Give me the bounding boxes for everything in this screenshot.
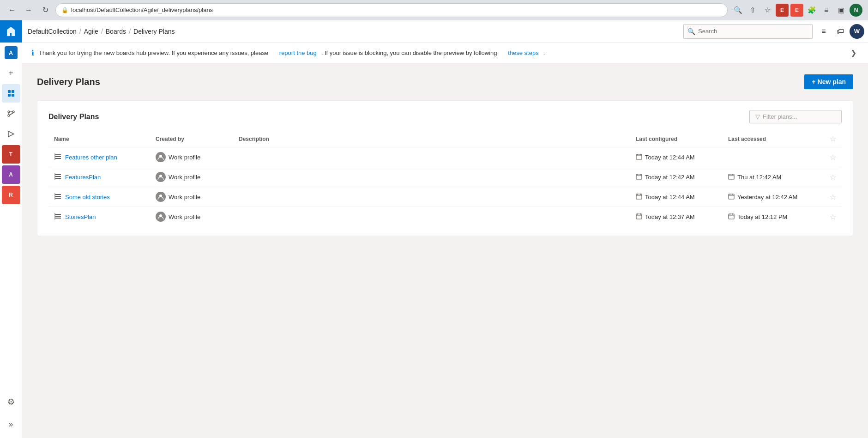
app-logo[interactable] bbox=[0, 20, 22, 43]
search-icon-btn[interactable]: 🔍 bbox=[731, 4, 744, 17]
plan-name-link-3[interactable]: StoriesPlan bbox=[65, 213, 96, 220]
svg-rect-38 bbox=[636, 194, 642, 199]
svg-rect-48 bbox=[54, 218, 61, 219]
table-row: StoriesPlan Work profile Today at 12:37 … bbox=[48, 207, 842, 227]
breadcrumb-sep-3: / bbox=[129, 28, 131, 35]
bookmark-icon-btn[interactable]: ☆ bbox=[761, 4, 774, 17]
back-button[interactable]: ← bbox=[6, 4, 18, 17]
new-plan-button[interactable]: + New plan bbox=[804, 74, 853, 89]
plan-name-cell-0: Features other plan bbox=[48, 147, 150, 167]
svg-rect-36 bbox=[54, 193, 55, 200]
ext3-icon-btn[interactable]: 🧩 bbox=[805, 4, 818, 17]
col-header-star: ☆ bbox=[824, 131, 842, 147]
plan-star-cell-2: ☆ bbox=[824, 187, 842, 207]
sidebar-analytics-btn[interactable]: R bbox=[2, 186, 20, 204]
sidebar-add-btn[interactable]: + bbox=[2, 64, 20, 82]
plan-desc-cell-0 bbox=[233, 147, 630, 167]
plan-name-cell-3: StoriesPlan bbox=[48, 207, 150, 227]
notice-text2: . If your issue is blocking, you can dis… bbox=[321, 49, 497, 56]
plan-icon-3 bbox=[54, 213, 61, 221]
star-btn-2[interactable]: ☆ bbox=[830, 193, 836, 201]
list-icon-btn[interactable]: ≡ bbox=[816, 24, 831, 39]
filter-plans-input[interactable]: ▽ Filter plans... bbox=[749, 110, 842, 123]
ext1-icon-btn[interactable]: E bbox=[776, 4, 789, 17]
svg-rect-12 bbox=[54, 156, 61, 157]
sidebar-pipelines-btn[interactable] bbox=[2, 125, 20, 143]
badge-icon-btn[interactable]: 🏷 bbox=[833, 24, 848, 39]
notice-close-btn[interactable]: ❯ bbox=[848, 47, 859, 58]
col-header-name: Name bbox=[48, 131, 150, 147]
svg-rect-51 bbox=[636, 214, 642, 219]
ext4-icon-btn[interactable]: ≡ bbox=[820, 4, 833, 17]
user-avatar-2 bbox=[156, 192, 166, 202]
calendar-icon-accessed-1 bbox=[728, 173, 735, 181]
svg-rect-33 bbox=[54, 194, 61, 195]
plan-name-link-0[interactable]: Features other plan bbox=[65, 154, 117, 161]
search-input[interactable] bbox=[698, 28, 808, 35]
user-avatar-3 bbox=[156, 212, 166, 222]
svg-rect-46 bbox=[54, 214, 61, 215]
sidebar-test-btn[interactable]: T bbox=[2, 145, 20, 164]
ext2-icon-btn[interactable]: E bbox=[790, 4, 803, 17]
plan-star-cell-1: ☆ bbox=[824, 167, 842, 187]
reload-button[interactable]: ↻ bbox=[39, 4, 52, 17]
share-icon-btn[interactable]: ⇧ bbox=[746, 4, 759, 17]
ext5-icon-btn[interactable]: ▣ bbox=[835, 4, 848, 17]
svg-point-5 bbox=[12, 111, 14, 113]
plan-desc-cell-1 bbox=[233, 167, 630, 187]
filter-placeholder-text: Filter plans... bbox=[763, 113, 797, 120]
svg-rect-11 bbox=[54, 154, 61, 155]
breadcrumb-delivery-plans[interactable]: Delivery Plans bbox=[133, 28, 175, 35]
plan-name-cell-2: Some old stories bbox=[48, 187, 150, 207]
sidebar-artifacts-btn[interactable]: A bbox=[2, 165, 20, 184]
plan-last-configured-cell-3: Today at 12:37 AM bbox=[630, 207, 723, 227]
plan-created-by-1: Work profile bbox=[169, 174, 200, 181]
sidebar-repos-btn[interactable] bbox=[2, 104, 20, 123]
app-header: DefaultCollection / Agile / Boards / Del… bbox=[0, 20, 868, 43]
star-btn-1[interactable]: ☆ bbox=[830, 173, 836, 182]
search-bar[interactable]: 🔍 bbox=[683, 24, 813, 39]
plan-name-link-2[interactable]: Some old stories bbox=[65, 194, 110, 201]
plan-last-accessed-cell-2: Yesterday at 12:42 AM bbox=[723, 187, 824, 207]
star-btn-0[interactable]: ☆ bbox=[830, 153, 836, 162]
star-all-btn[interactable]: ☆ bbox=[830, 134, 836, 143]
browser-profile[interactable]: N bbox=[850, 4, 862, 17]
plans-card-header: Delivery Plans ▽ Filter plans... bbox=[48, 110, 842, 123]
lock-icon: 🔒 bbox=[61, 7, 68, 13]
col-header-last-configured: Last configured bbox=[630, 131, 723, 147]
sidebar-boards-btn[interactable] bbox=[2, 84, 20, 103]
svg-rect-21 bbox=[54, 176, 61, 177]
browser-bar: ← → ↻ 🔒 localhost/DefaultCollection/Agil… bbox=[0, 0, 868, 20]
these-steps-link[interactable]: these steps bbox=[508, 49, 539, 56]
plan-star-cell-0: ☆ bbox=[824, 147, 842, 167]
plan-icon-0 bbox=[54, 153, 61, 162]
svg-rect-3 bbox=[12, 94, 14, 97]
user-avatar-0 bbox=[156, 152, 166, 162]
svg-rect-13 bbox=[54, 158, 61, 159]
sidebar-avatar[interactable]: A bbox=[5, 46, 18, 59]
breadcrumb-agile[interactable]: Agile bbox=[84, 28, 98, 35]
report-bug-link[interactable]: report the bug bbox=[279, 49, 317, 56]
breadcrumb-boards[interactable]: Boards bbox=[106, 28, 126, 35]
settings-btn[interactable]: ⚙ bbox=[2, 393, 20, 411]
star-btn-3[interactable]: ☆ bbox=[830, 213, 836, 221]
plan-last-configured-3: Today at 12:37 AM bbox=[645, 213, 695, 220]
plan-name-link-1[interactable]: FeaturesPlan bbox=[65, 174, 101, 181]
profile-avatar[interactable]: W bbox=[850, 24, 864, 39]
user-avatar-1 bbox=[156, 172, 166, 182]
url-bar[interactable]: 🔒 localhost/DefaultCollection/Agile/_del… bbox=[55, 3, 728, 17]
header-right-icons: ≡ 🏷 W bbox=[816, 24, 868, 39]
page-content: Delivery Plans + New plan Delivery Plans… bbox=[22, 63, 868, 247]
forward-button[interactable]: → bbox=[22, 4, 35, 17]
col-header-description: Description bbox=[233, 131, 630, 147]
plans-table-head: Name Created by Description Last configu… bbox=[48, 131, 842, 147]
notice-text3: . bbox=[543, 49, 545, 56]
svg-marker-10 bbox=[8, 131, 14, 137]
calendar-icon-configured-2 bbox=[636, 193, 642, 201]
breadcrumb-sep-2: / bbox=[101, 28, 103, 35]
breadcrumb-default-collection[interactable]: DefaultCollection bbox=[28, 28, 77, 35]
plan-last-accessed-3: Today at 12:12 PM bbox=[737, 213, 787, 220]
svg-point-6 bbox=[8, 115, 10, 116]
expand-btn[interactable]: » bbox=[2, 415, 20, 433]
svg-rect-55 bbox=[729, 214, 734, 219]
